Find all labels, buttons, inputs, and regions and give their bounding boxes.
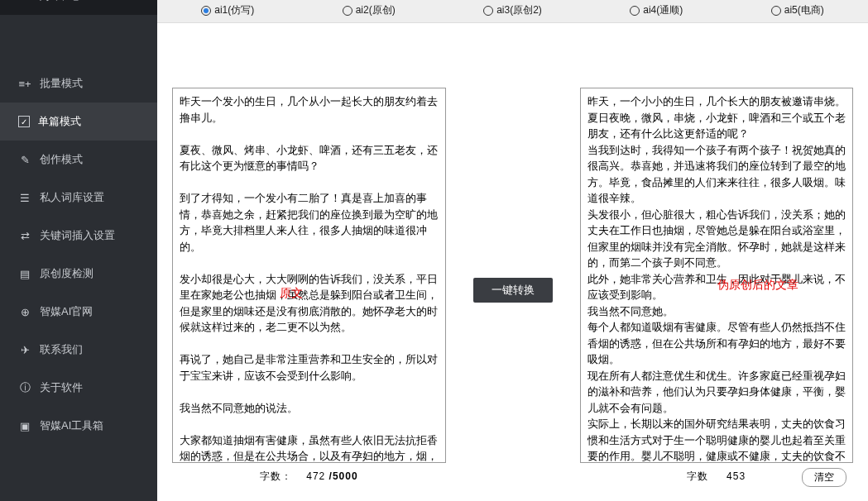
info-icon: ⓘ [18, 381, 31, 394]
sidebar-item-label: 原创度检测 [40, 266, 94, 281]
char-count: 字数 453 [687, 470, 746, 484]
content: 原文 字数： 472 /5000 一键转换 伪原创后的文章 字数 453 清空 [157, 23, 868, 501]
count-label: 字数 [687, 470, 708, 482]
radio-icon [343, 6, 352, 16]
toolbox-icon: ▣ [18, 419, 31, 432]
ai-radio-1[interactable]: ai1(仿写) [201, 3, 254, 17]
send-icon: ✈ [18, 343, 31, 356]
count-max: 5000 [333, 470, 358, 482]
sidebar: ✦ 个人中心 ≡+ 批量模式 ✓ 单篇模式 ✎ 创作模式 ☰ 私人词库设置 ⇄ … [0, 0, 157, 501]
radio-label: ai4(通顺) [643, 3, 683, 17]
radio-label: ai1(仿写) [214, 3, 254, 17]
radio-icon [771, 6, 781, 16]
main: ai1(仿写) ai2(原创) ai3(原创2) ai4(通顺) ai5(电商)… [157, 0, 868, 501]
sidebar-item-label: 创作模式 [40, 152, 83, 167]
sidebar-item-dict[interactable]: ☰ 私人词库设置 [0, 179, 157, 217]
middle: 一键转换 [459, 88, 567, 493]
sidebar-item-label: 关于软件 [40, 380, 83, 395]
radio-icon [483, 6, 493, 16]
sidebar-item-label: 联系我们 [40, 342, 83, 357]
ai-radio-5[interactable]: ai5(电商) [771, 3, 824, 17]
convert-button[interactable]: 一键转换 [473, 278, 553, 303]
sidebar-items: ≡+ 批量模式 ✓ 单篇模式 ✎ 创作模式 ☰ 私人词库设置 ⇄ 关键词插入设置… [0, 15, 157, 445]
chart-icon: ▤ [18, 267, 31, 280]
ai-radio-2[interactable]: ai2(原创) [343, 3, 396, 17]
left-footer: 字数： 472 /5000 [172, 463, 446, 484]
count-current: 472 [306, 470, 325, 482]
sidebar-item-label: 关键词插入设置 [40, 228, 115, 243]
result-textarea[interactable] [580, 88, 854, 463]
globe-icon: ⊕ [18, 305, 31, 318]
count-label: 字数： [260, 470, 292, 482]
source-textarea[interactable] [172, 88, 446, 463]
checkbox-icon: ✓ [18, 116, 30, 127]
char-count: 字数： 472 /5000 [260, 470, 358, 484]
sidebar-item-single[interactable]: ✓ 单篇模式 [0, 103, 157, 141]
sidebar-item-contact[interactable]: ✈ 联系我们 [0, 331, 157, 369]
batch-icon: ≡+ [18, 77, 31, 90]
keyword-icon: ⇄ [18, 229, 31, 242]
left-pane: 原文 字数： 472 /5000 [172, 88, 446, 493]
sidebar-header: ✦ 个人中心 [0, 0, 157, 15]
ai-radio-4[interactable]: ai4(通顺) [630, 3, 683, 17]
radio-label: ai2(原创) [356, 3, 396, 17]
sidebar-item-label: 批量模式 [40, 76, 83, 91]
sidebar-item-batch[interactable]: ≡+ 批量模式 [0, 64, 157, 103]
sidebar-item-label: 单篇模式 [38, 114, 81, 129]
sidebar-item-toolbox[interactable]: ▣ 智媒AI工具箱 [0, 407, 157, 445]
radio-label: ai3(原创2) [496, 3, 542, 17]
sidebar-item-create[interactable]: ✎ 创作模式 [0, 141, 157, 179]
clear-button[interactable]: 清空 [802, 468, 846, 487]
radio-icon [201, 6, 211, 16]
count-value: 453 [727, 470, 746, 482]
dict-icon: ☰ [18, 191, 31, 204]
sidebar-item-web[interactable]: ⊕ 智媒AI官网 [0, 293, 157, 331]
ai-mode-radios: ai1(仿写) ai2(原创) ai3(原创2) ai4(通顺) ai5(电商) [157, 0, 868, 23]
radio-icon [630, 6, 640, 16]
sidebar-item-about[interactable]: ⓘ 关于软件 [0, 369, 157, 407]
sidebar-item-keyword[interactable]: ⇄ 关键词插入设置 [0, 217, 157, 255]
right-footer: 字数 453 清空 [580, 463, 854, 484]
sidebar-item-label: 智媒AI工具箱 [40, 418, 103, 433]
sidebar-item-label: 智媒AI官网 [40, 304, 93, 319]
edit-icon: ✎ [18, 153, 31, 166]
sidebar-item-check[interactable]: ▤ 原创度检测 [0, 255, 157, 293]
radio-label: ai5(电商) [784, 3, 824, 17]
ai-radio-3[interactable]: ai3(原创2) [483, 3, 542, 17]
sidebar-item-label: 私人词库设置 [40, 190, 104, 205]
right-pane: 伪原创后的文章 字数 453 清空 [580, 88, 854, 493]
count-sep: / [325, 470, 333, 482]
